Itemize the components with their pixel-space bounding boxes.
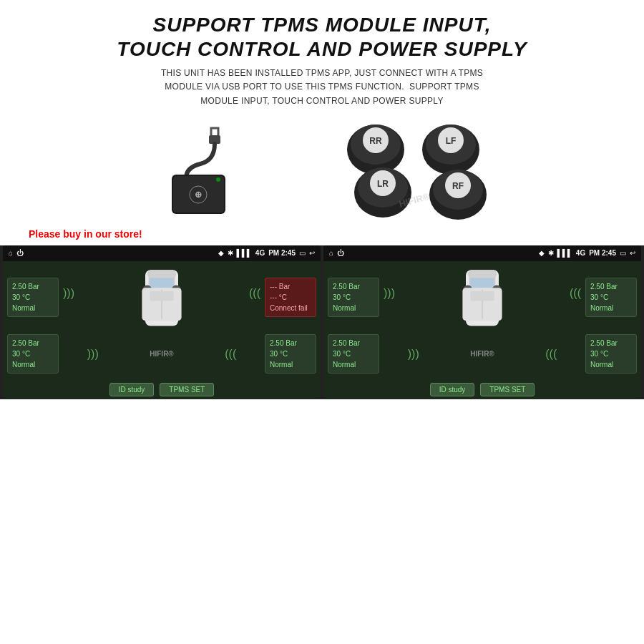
signal-wave-left-bottom: ))) [87, 348, 99, 361]
tpms-content-right: 2.50 Bar 30 °C Normal ))) [323, 261, 641, 380]
id-study-btn-right[interactable]: ID study [430, 383, 475, 396]
svg-rect-44 [470, 291, 494, 301]
signal-wave-right-r: ((( [570, 287, 581, 300]
svg-rect-33 [150, 291, 173, 301]
tpms-buttons-left: ID study TPMS SET [3, 380, 321, 399]
tire-box-fr-left: --- Bar --- °C Connect fail [265, 278, 316, 317]
signal-icon-left: ▌▌▌ [237, 249, 252, 257]
svg-text:⊕: ⊕ [195, 190, 202, 200]
tpms-bottom-row-left: 2.50 Bar 30 °C Normal ))) HIFIR® ((( 2.5… [7, 333, 316, 376]
svg-rect-26 [147, 270, 176, 278]
tpms-screen-right: ⌂ ⏻ ◆ ✱ ▌▌▌ 4G PM 2:45 ▭ ↩ 2.50 Bar 30 °… [323, 245, 641, 399]
tpms-content-left: 2.50 Bar 30 °C Normal ))) [3, 261, 321, 380]
time-left: PM 2:45 [268, 249, 296, 257]
car-top-svg [135, 265, 189, 331]
tire-box-fr-right: 2.50 Bar 30 °C Normal [585, 278, 637, 317]
car-top-svg-right [456, 265, 509, 331]
watermark-left: HIFIR® [150, 350, 173, 358]
status-bar-right: ⌂ ⏻ ◆ ✱ ▌▌▌ 4G PM 2:45 ▭ ↩ [323, 245, 641, 261]
home-icon-left: ⌂ [9, 249, 13, 257]
header-section: SUPPORT TPMS MODULE INPUT, TOUCH CONTROL… [0, 0, 644, 114]
screen-icon-right: ▭ [620, 249, 626, 257]
car-top-left: ))) [62, 265, 262, 330]
product-images-section: ⊕ RR LF [0, 114, 644, 228]
power-icon-right: ⏻ [337, 249, 344, 257]
description-text: THIS UNIT HAS BEEN INSTALLED TPMS APP, J… [29, 67, 615, 108]
tpms-screen-left: ⌂ ⏻ ◆ ✱ ▌▌▌ 4G PM 2:45 ▭ ↩ 2.50 Bar 30 °… [3, 245, 321, 399]
tire-box-rl-right: 2.50 Bar 30 °C Normal [328, 334, 379, 374]
signal-icon-right: ▌▌▌ [557, 249, 572, 257]
svg-rect-37 [468, 270, 497, 278]
tpms-bottom-row-right: 2.50 Bar 30 °C Normal ))) HIFIR® ((( 2.5… [328, 333, 637, 376]
tpms-top-row-left: 2.50 Bar 30 °C Normal ))) [7, 265, 316, 330]
tpms-screens-container: ⌂ ⏻ ◆ ✱ ▌▌▌ 4G PM 2:45 ▭ ↩ 2.50 Bar 30 °… [0, 245, 644, 399]
time-right: PM 2:45 [589, 249, 616, 257]
svg-text:LR: LR [377, 179, 389, 189]
svg-point-5 [216, 177, 220, 182]
power-icon-left: ⏻ [16, 249, 24, 257]
bt-icon-left: ✱ [228, 249, 233, 257]
screen-icon-left: ▭ [299, 249, 306, 257]
location-icon-left: ◆ [218, 249, 224, 257]
home-icon-right: ⌂ [329, 249, 333, 257]
signal-wave-left: ))) [63, 287, 74, 300]
svg-text:LF: LF [446, 136, 457, 146]
tpms-set-btn-left[interactable]: TPMS SET [160, 383, 214, 396]
main-title: SUPPORT TPMS MODULE INPUT, TOUCH CONTROL… [29, 13, 615, 61]
tire-box-fl-left: 2.50 Bar 30 °C Normal [7, 278, 59, 317]
signal-wave-left-rb: ))) [408, 348, 419, 361]
network-left: 4G [255, 249, 265, 257]
tire-box-rl-left: 2.50 Bar 30 °C Normal [7, 334, 59, 374]
signal-wave-right-top: ((( [249, 287, 260, 300]
svg-text:RR: RR [369, 136, 382, 146]
signal-wave-right-rb: ((( [545, 348, 557, 361]
back-icon-right: ↩ [630, 249, 635, 257]
tpms-set-btn-right[interactable]: TPMS SET [480, 383, 535, 396]
tpms-top-row-right: 2.50 Bar 30 °C Normal ))) [328, 265, 637, 330]
tire-box-rr-left: 2.50 Bar 30 °C Normal [265, 334, 316, 374]
tire-box-rr-right: 2.50 Bar 30 °C Normal [585, 334, 637, 374]
tpms-buttons-right: ID study TPMS SET [323, 380, 641, 399]
cta-text: Please buy in our store! [0, 228, 644, 245]
watermark-right: HIFIR® [470, 350, 494, 358]
back-icon-left: ↩ [309, 249, 315, 257]
signal-wave-left-r: ))) [384, 287, 395, 300]
svg-text:RF: RF [452, 181, 464, 191]
tire-sensors-group: RR LF LR RF [336, 121, 494, 221]
bt-icon-right: ✱ [548, 249, 554, 257]
status-bar-left: ⌂ ⏻ ◆ ✱ ▌▌▌ 4G PM 2:45 ▭ ↩ [3, 245, 321, 261]
car-top-right: ))) ((( [382, 265, 582, 330]
id-study-btn-left[interactable]: ID study [109, 383, 155, 396]
car-bottom-spacer-left: ))) HIFIR® ((( [62, 333, 262, 376]
signal-wave-right-bottom: ((( [225, 348, 236, 361]
car-bottom-spacer-right: ))) HIFIR® ((( [382, 333, 582, 376]
network-right: 4G [576, 249, 585, 257]
tire-box-fl-right: 2.50 Bar 30 °C Normal [328, 278, 379, 317]
location-icon-right: ◆ [539, 249, 545, 257]
usb-dongle: ⊕ [150, 121, 293, 221]
